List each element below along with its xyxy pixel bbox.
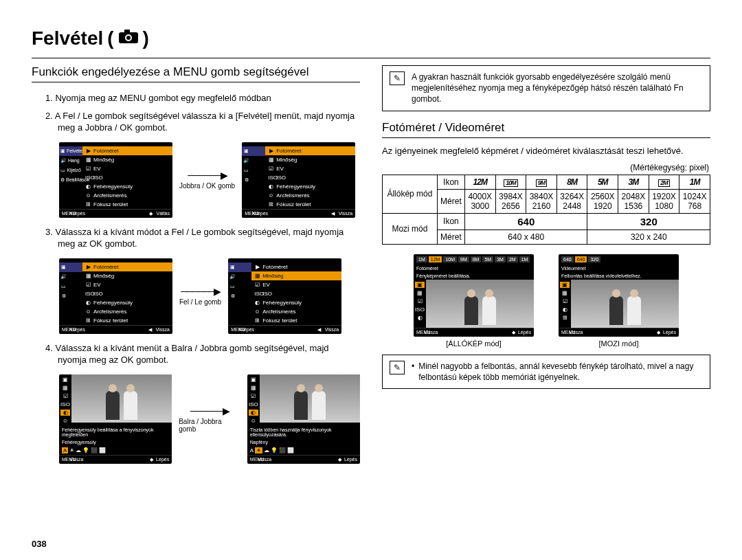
mode-preview-figs: 1M 12M 10M 9M 8M 5M 3M 2M 1M Fotóméret F… xyxy=(382,254,710,348)
left-section-head: Funkciók engedélyezése a MENU gomb segít… xyxy=(32,65,360,82)
size-3m: 2048X1536 xyxy=(618,189,649,213)
size-9m: 3840X2160 xyxy=(526,189,557,213)
bar-3m: 3M xyxy=(495,256,506,262)
camera-menu-c: ▣🔊▭⚙ ▶Fotóméret ▦Minőség ☑EV ISOISO ◐Feh… xyxy=(59,258,172,334)
size-5m: 2560X1920 xyxy=(587,189,618,213)
step-1: 1. Nyomja meg az MENU gombot egy megfele… xyxy=(45,92,360,104)
still-mode-fig: 1M 12M 10M 9M 8M 5M 3M 2M 1M Fotóméret F… xyxy=(414,254,534,348)
menu-shift: ◆ Váltás xyxy=(149,211,170,216)
still-mode-label-text: [ÁLLÓKÉP mód] xyxy=(446,339,502,348)
step-3: 3. Válassza ki a kívánt módot a Fel / Le… xyxy=(45,226,360,250)
step4-figures: ▣▦☑ISO◐☺ Fehéregyensúly beállítása a fén… xyxy=(59,374,360,464)
menu-item-fokusz: ⊞Fókusz terület xyxy=(82,200,172,209)
col-icon: Ikon xyxy=(437,175,464,189)
step3-figures: ▣🔊▭⚙ ▶Fotóméret ▦Minőség ☑EV ISOISO ◐Feh… xyxy=(59,258,360,334)
page-title-text: Felvétel xyxy=(32,27,103,49)
bar-9m: 9M xyxy=(458,256,469,262)
movie-icon-320: 320 xyxy=(587,213,710,229)
size-10m: 3984X2656 xyxy=(495,189,526,213)
camera-icon: ▣ xyxy=(243,148,249,154)
right-section-head: Fotóméret / Videoméret xyxy=(382,121,710,138)
size-12m: 4000X3000 xyxy=(464,189,495,213)
page-title: Felvétel ( ) xyxy=(32,27,710,49)
bar-5m: 5M xyxy=(482,256,493,262)
svg-point-3 xyxy=(126,36,131,40)
face-icon: ☺ xyxy=(85,192,91,199)
note-icon: ✎ xyxy=(390,71,405,85)
arrow-updown: ──────▶ Fel / Le gomb xyxy=(179,286,221,306)
bar-1m: 1M xyxy=(416,256,427,262)
grid-icon: ▦ xyxy=(85,157,91,163)
step-2: 2. A Fel / Le gombok segítségével válass… xyxy=(45,110,360,134)
menu-button-icon: MENU xyxy=(62,211,68,216)
camera-menu-d: ▣🔊▭⚙ ▶Fotóméret ▦Minőség ☑EV ISOISO ◐Feh… xyxy=(228,258,341,334)
icon-10m: 10M xyxy=(495,175,526,189)
open-paren: ( xyxy=(107,27,113,49)
icon-2m: 2M xyxy=(649,175,679,189)
arrow-icon: ──────▶ xyxy=(181,286,220,297)
gear-icon: ⚙ xyxy=(60,177,65,183)
left-column: Funkciók engedélyezése a MENU gomb segít… xyxy=(32,65,360,546)
arrow-label: Jobbra / OK gomb xyxy=(179,182,235,190)
menu-tab-sel-icon: ▣ xyxy=(242,146,265,156)
bar-12m: 12M xyxy=(429,256,442,262)
focus-icon: ⊞ xyxy=(85,201,91,208)
menu-tab-kijelzo: ▭Kijelző xyxy=(59,166,82,175)
arrow-leftright: ──────▶ Balra / Jobbra gomb xyxy=(179,405,240,433)
mbar-320: 320 xyxy=(588,256,600,262)
menu-tab-felvetel: ▣Felvétel xyxy=(59,146,82,156)
ev-icon: ☑ xyxy=(85,166,91,172)
callout-fn: ✎ A gyakran használt funkciók gyorsabb e… xyxy=(382,65,710,111)
movie-mode-label: Mozi mód xyxy=(383,213,438,244)
size-1m: 1024X768 xyxy=(679,189,710,213)
callout-resolution: ✎ •Minél nagyobb a felbontás, annál keve… xyxy=(382,355,710,389)
wb-screen-b: ▣▦☑ISO◐☺ Tiszta időben használja fényvis… xyxy=(247,374,360,464)
menu-exit: MENU Kilépés xyxy=(62,211,85,216)
gear-icon: ⚙ xyxy=(243,177,249,183)
bar-10m: 10M xyxy=(443,256,457,262)
movie-mode-fig: 640 640 320 Videoméret Felbontás beállít… xyxy=(559,254,679,348)
icon-1m: 1M xyxy=(679,175,710,189)
sound-icon: 🔊 xyxy=(60,158,67,164)
camera-menu-b: ▣ 🔊 ▭ ⚙ ▶Fotóméret ▦Minőség ☑EV ISOISO ◐… xyxy=(242,142,355,218)
menu-item-arc: ☺Arcfelismerés xyxy=(82,191,172,200)
unit-label: (Mértékegység: pixel) xyxy=(382,163,709,172)
display-icon: ▭ xyxy=(243,168,249,173)
svg-rect-1 xyxy=(124,30,130,33)
bar-1m-b: 1M xyxy=(519,256,530,262)
note-icon: ✎ xyxy=(390,361,405,374)
callout-text: A gyakran használt funkciók gyorsabb eng… xyxy=(412,71,703,105)
step2-figures: ▣Felvétel 🔊Hang ▭Kijelző ⚙Beállítások ▶F… xyxy=(59,142,360,218)
movie-icon-640: 640 xyxy=(464,213,587,229)
menu-item-feher: ◐Fehéregyensúly xyxy=(82,182,172,191)
icon-8m: 8M xyxy=(556,175,587,189)
wb-icon: ◐ xyxy=(85,183,91,190)
bar-2m: 2M xyxy=(507,256,518,262)
icon-5m: 5M xyxy=(587,175,618,189)
play-icon: ▶ xyxy=(85,148,91,154)
menu-item-iso: ISOISO xyxy=(82,173,172,182)
menu-tab-hang: 🔊Hang xyxy=(59,156,82,166)
mbar-640b: 640 xyxy=(575,256,587,262)
right-intro: Az igényeinek megfelelő képméret / videó… xyxy=(382,145,710,157)
arrow-right-ok: ──────▶ Jobbra / OK gomb xyxy=(179,170,235,190)
arrow-label: Balra / Jobbra gomb xyxy=(179,418,240,433)
col-size: Méret xyxy=(437,189,464,213)
callout2-text: Minél nagyobb a felbontás, annál keveseb… xyxy=(418,361,703,383)
menu-item-ev: ☑EV xyxy=(82,164,172,173)
menu-item-minoseg: ▦Minőség xyxy=(82,155,172,164)
menu-item-fotomeret: ▶Fotóméret xyxy=(82,146,172,155)
menu-tab-beallitasok: ⚙Beállítások xyxy=(59,175,82,185)
still-mode-label: Állókép mód xyxy=(383,175,438,213)
title-rule xyxy=(32,58,710,58)
icon-12m: 12M xyxy=(464,175,495,189)
display-icon: ▭ xyxy=(60,168,65,173)
sound-icon: 🔊 xyxy=(243,158,249,164)
icon-3m: 3M xyxy=(618,175,649,189)
close-paren: ) xyxy=(143,27,149,49)
arrow-icon: ──────▶ xyxy=(188,170,227,181)
icon-9m: 9M xyxy=(526,175,557,189)
arrow-icon: ──────▶ xyxy=(190,405,229,416)
arrow-label: Fel / Le gomb xyxy=(179,298,221,306)
page-number: 038 xyxy=(32,539,47,549)
